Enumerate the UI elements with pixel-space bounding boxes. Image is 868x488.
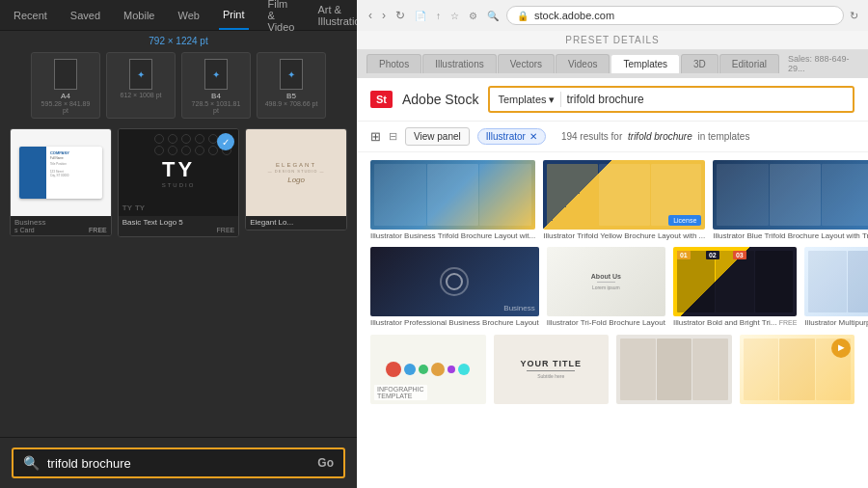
size-card-b5[interactable]: ✦ B5 498.9 × 708.66 pt [257,52,326,119]
size-a4-label: A4 [38,92,94,100]
tab-web[interactable]: Web [174,0,203,30]
left-panel: Recent Saved Mobile Web Print Film & Vid… [0,0,357,488]
address-bar[interactable]: 🔒 stock.adobe.com [506,6,844,25]
stock-logo-badge: St [370,91,393,108]
grid-row-2: Business Illustrator Professional Busine… [370,247,854,328]
grid-img-6: About Us Lorem ipsum [547,247,665,316]
search-icon-nav: 🔍 [487,11,499,21]
view-panel-button[interactable]: View panel [405,127,470,146]
browser-chrome: ‹ › ↻ 📄 ↑ ☆ ⚙ 🔍 🔒 stock.adobe.com ↻ PRES… [357,0,868,78]
card-biz-free: FREE [89,227,107,233]
grid-img-12: ▶ [740,335,855,404]
card-logo-label: Basic Text Logo 5 [122,218,235,227]
grid-img-9: INFOGRAPHICTEMPLATE [370,335,486,404]
grid-label-6: Illustrator Tri-Fold Brochure Layout [547,318,665,328]
tab-print[interactable]: Print [219,0,249,30]
go-button[interactable]: Go [317,456,334,470]
results-context: in templates [698,131,750,142]
stock-grid: Illustrator Business Trifold Brochure La… [357,152,868,488]
filter-icon[interactable]: ⊞ [370,129,381,144]
right-panel: ‹ › ↻ 📄 ↑ ☆ ⚙ 🔍 🔒 stock.adobe.com ↻ PRES… [357,0,868,488]
grid-item-8[interactable]: Illustrator Multipurpose Numbered... [804,247,868,328]
tab-saved[interactable]: Saved [67,0,104,30]
dropdown-chevron-icon: ▾ [549,94,555,106]
free-label-7: FREE [779,319,798,326]
tab-editorial[interactable]: Editorial [719,54,779,73]
grid-label-1: Illustrator Business Trifold Brochure La… [370,231,535,241]
grid-item-12[interactable]: ▶ [740,335,855,406]
filter-icon2[interactable]: ⊟ [389,130,397,143]
category-tabs-bar: Recent Saved Mobile Web Print Film & Vid… [0,0,357,31]
grid-item-5[interactable]: Business Illustrator Professional Busine… [370,247,539,328]
forward-button[interactable]: › [380,7,388,24]
stock-search-input[interactable] [567,93,845,106]
card-logo-free: FREE [217,227,235,233]
tab-recent[interactable]: Recent [10,0,51,30]
bookmark-icon: ☆ [450,11,459,21]
stock-nav-tabs: Photos Illustrations Vectors Videos Temp… [357,50,868,77]
stock-search-wrap: Templates ▾ [488,86,854,113]
grid-item-10[interactable]: YOUR TITLE Subtitle here [494,335,610,406]
secure-lock-icon: 🔒 [517,11,529,21]
grid-item-7[interactable]: 01 02 03 Illustrator Bold and Bright Tri… [673,247,798,328]
template-cards-row: COMPANY Full Name Title Position 123 Str… [0,124,357,295]
size-card-a4[interactable]: A4 595.28 × 841.89 pt [31,52,100,119]
grid-label-2: Illustrator Trifold Yellow Brochure Layo… [543,231,705,241]
size-card-612[interactable]: ✦ 612 × 1008 pt [106,52,176,119]
card-elegant-label: Elegant Lo... [250,218,342,227]
tab-illustrations[interactable]: Illustrations [422,54,497,73]
history-button[interactable]: ↻ [393,7,407,24]
preset-sizes-row: A4 595.28 × 841.89 pt ✦ 612 × 1008 pt ✦ … [0,48,357,124]
grid-label-5: Illustrator Professional Business Brochu… [370,318,539,328]
tab-3d[interactable]: 3D [681,54,719,73]
tab-videos[interactable]: Videos [556,54,610,73]
search-divider [560,92,561,107]
tab-vectors[interactable]: Vectors [498,54,555,73]
size-a4-dims: 595.28 × 841.89 pt [38,100,94,114]
grid-img-8 [804,247,868,316]
template-card-logo-kit[interactable]: TY STUDIO TY TY Basic Text Logo 5 FREE ✓ [118,128,240,237]
logo-ty-text: TY [162,157,195,182]
page-icon: 📄 [415,11,426,21]
grid-item-1[interactable]: Illustrator Business Trifold Brochure La… [370,160,535,241]
back-button[interactable]: ‹ [366,7,374,24]
size-b4-dims: 728.5 × 1031.81 pt [188,100,244,114]
grid-img-2: License [543,160,705,230]
card-biz-name: s Card [14,227,35,233]
grid-label-8: Illustrator Multipurpose Numbered... [804,318,868,328]
search-input-wrap: 🔍 Go [12,447,345,478]
illustrator-label: Illustrator [486,131,526,142]
size-card-b4[interactable]: ✦ B4 728.5 × 1031.81 pt [181,52,251,119]
search-input[interactable] [47,456,310,471]
refresh-button[interactable]: ↻ [850,10,858,22]
template-card-elegant[interactable]: ELEGANT — DESIGN STUDIO — Logo Elegant L… [245,128,347,230]
remove-filter-icon[interactable]: ✕ [529,131,537,142]
stock-header: St Adobe Stock Templates ▾ [357,78,868,122]
results-text: 194 results for [561,131,622,142]
template-card-biz-card[interactable]: COMPANY Full Name Title Position 123 Str… [10,128,112,236]
tab-film-video[interactable]: Film & Video [264,0,299,30]
sales-info: Sales: 888-649-29... [780,50,858,77]
tab-templates[interactable]: Templates [610,54,680,73]
tab-photos[interactable]: Photos [366,54,421,73]
grid-item-11[interactable] [616,335,732,406]
browser-nav-bar: ‹ › ↻ 📄 ↑ ☆ ⚙ 🔍 🔒 stock.adobe.com ↻ [357,0,868,31]
selected-size-label: 792 × 1224 pt [0,31,357,48]
stock-search-dropdown[interactable]: Templates ▾ [498,94,554,106]
grid-item-6[interactable]: About Us Lorem ipsum Illustrator Tri-Fol… [547,247,665,328]
search-bar: 🔍 Go [0,437,357,488]
preset-details-bar: PRESET DETAILS [357,31,868,50]
grid-img-11 [616,335,732,404]
grid-img-5: Business [370,247,539,316]
tab-mobile[interactable]: Mobile [120,0,158,30]
results-query: trifold brochure [628,131,692,142]
tab-art-illustration[interactable]: Art & Illustration [313,0,357,30]
grid-img-3 [713,160,868,230]
grid-label-3: Illustrator Blue Trifold Brochure Layout… [713,231,868,241]
grid-item-3[interactable]: Illustrator Blue Trifold Brochure Layout… [713,160,868,241]
grid-item-2[interactable]: License Illustrator Trifold Yellow Broch… [543,160,705,241]
grid-item-9[interactable]: INFOGRAPHICTEMPLATE [370,335,486,406]
results-count: 194 results for trifold brochure in temp… [561,131,750,142]
filter-bar: ⊞ ⊟ View panel Illustrator ✕ 194 results… [357,122,868,152]
size-b5-label: B5 [263,92,319,100]
